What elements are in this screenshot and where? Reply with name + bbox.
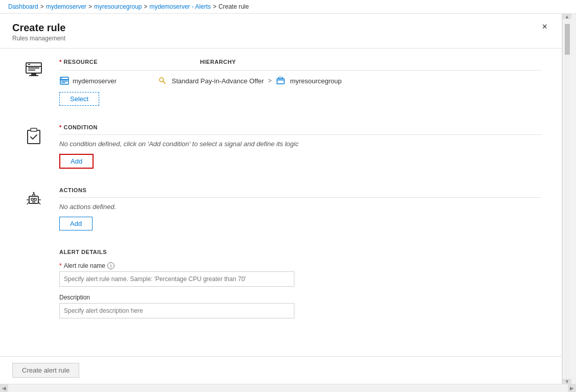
add-actions-button[interactable]: Add (59, 217, 93, 230)
resourcegroup-name: myresourcegroup (290, 77, 341, 85)
offer-icon (157, 76, 168, 86)
panel-title: Create rule (12, 22, 66, 34)
breadcrumb: Dashboard > mydemoserver > myresourcegro… (0, 0, 576, 14)
svg-rect-6 (29, 75, 38, 76)
select-button[interactable]: Select (59, 92, 99, 106)
close-button[interactable]: × (540, 22, 549, 31)
resource-body: * RESOURCE HIERARCHY (59, 59, 541, 106)
svg-rect-10 (61, 81, 67, 82)
description-label: Description (59, 294, 541, 301)
hierarchy-label: HIERARCHY (200, 59, 236, 65)
svg-rect-8 (60, 79, 68, 80)
condition-body: * CONDITION No condition defined, click … (59, 124, 541, 169)
description-input[interactable] (59, 303, 294, 318)
server-type-icon (59, 76, 70, 86)
condition-section: * CONDITION No condition defined, click … (20, 124, 541, 169)
alert-rule-name-input[interactable] (59, 271, 294, 287)
svg-rect-2 (28, 64, 30, 65)
breadcrumb-resourcegroup[interactable]: myresourcegroup (94, 3, 142, 10)
condition-icon (20, 124, 47, 146)
svg-rect-4 (28, 70, 35, 71)
breadcrumb-dashboard[interactable]: Dashboard (8, 3, 38, 10)
breadcrumb-alerts[interactable]: mydemoserver - Alerts (150, 3, 211, 10)
resource-row: mydemoserver (59, 76, 541, 86)
server-name: mydemoserver (73, 77, 117, 85)
actions-icon (20, 187, 47, 209)
svg-point-9 (61, 78, 62, 79)
scrollbar[interactable]: ▲ ▼ (562, 14, 571, 384)
svg-rect-11 (61, 82, 65, 83)
panel-footer: Create alert rule (0, 356, 562, 384)
svg-point-25 (33, 192, 35, 194)
actions-section: ACTIONS No actions defined. Add (20, 187, 541, 230)
offer-name: Standard Pay-in-Advance Offer (172, 77, 264, 85)
alert-rule-name-field: * Alert rule name i (59, 262, 541, 287)
add-condition-button[interactable]: Add (59, 154, 94, 169)
condition-label: * CONDITION (59, 124, 541, 130)
breadcrumb-current: Create rule (219, 3, 249, 10)
resource-icon (20, 59, 47, 80)
panel-header: Create rule Rules management × (0, 14, 562, 49)
svg-rect-17 (28, 130, 40, 144)
breadcrumb-server[interactable]: mydemoserver (46, 3, 86, 10)
actions-body: ACTIONS No actions defined. Add (59, 187, 541, 230)
hierarchy-item: Standard Pay-in-Advance Offer > (157, 76, 342, 86)
alert-rule-name-label: * Alert rule name i (59, 262, 541, 269)
svg-rect-21 (34, 198, 36, 200)
svg-rect-18 (31, 128, 37, 131)
condition-description: No condition defined, click on 'Add cond… (59, 140, 541, 148)
svg-rect-22 (32, 201, 35, 202)
resource-server-item: mydemoserver (59, 76, 117, 86)
resource-section: * RESOURCE HIERARCHY (20, 59, 541, 106)
horizontal-scrollbar[interactable]: ◀ ▶ (0, 384, 576, 392)
resourcegroup-icon (275, 76, 286, 86)
actions-label: ACTIONS (59, 187, 541, 193)
resource-label: * RESOURCE (59, 59, 98, 65)
svg-rect-1 (26, 66, 41, 67)
create-alert-rule-button[interactable]: Create alert rule (12, 363, 79, 378)
hierarchy-arrow: > (268, 77, 271, 84)
alert-details-title: ALERT DETAILS (59, 249, 541, 255)
svg-point-12 (159, 78, 164, 82)
description-field: Description (59, 294, 541, 318)
info-icon: i (107, 262, 114, 269)
svg-rect-3 (28, 67, 39, 68)
alert-details-section: ALERT DETAILS * Alert rule name i Descri… (59, 249, 541, 318)
actions-description: No actions defined. (59, 203, 541, 211)
svg-rect-5 (31, 73, 36, 75)
panel-subtitle: Rules management (12, 35, 66, 42)
svg-rect-20 (31, 198, 33, 200)
svg-rect-23 (33, 194, 35, 196)
panel-content: * RESOURCE HIERARCHY (0, 49, 562, 356)
